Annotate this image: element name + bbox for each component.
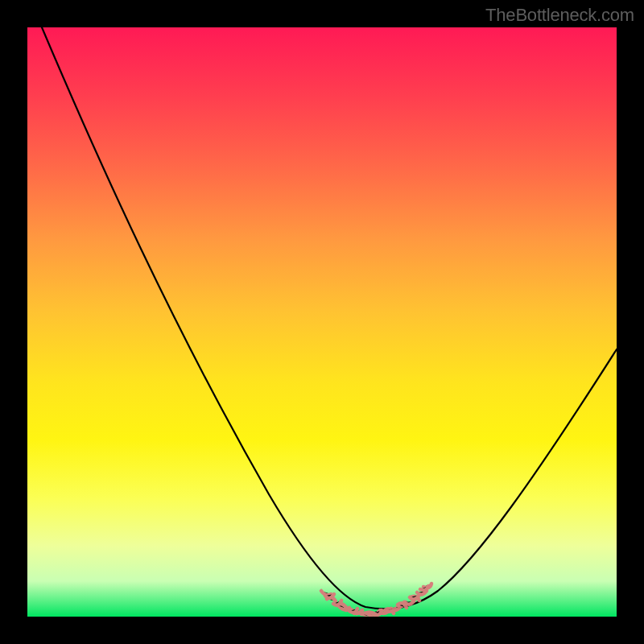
watermark-text: TheBottleneck.com xyxy=(485,5,634,26)
bottleneck-curve xyxy=(42,27,617,609)
curve-layer xyxy=(27,27,617,617)
plot-area xyxy=(27,27,617,617)
chart-frame: TheBottleneck.com xyxy=(0,0,644,644)
